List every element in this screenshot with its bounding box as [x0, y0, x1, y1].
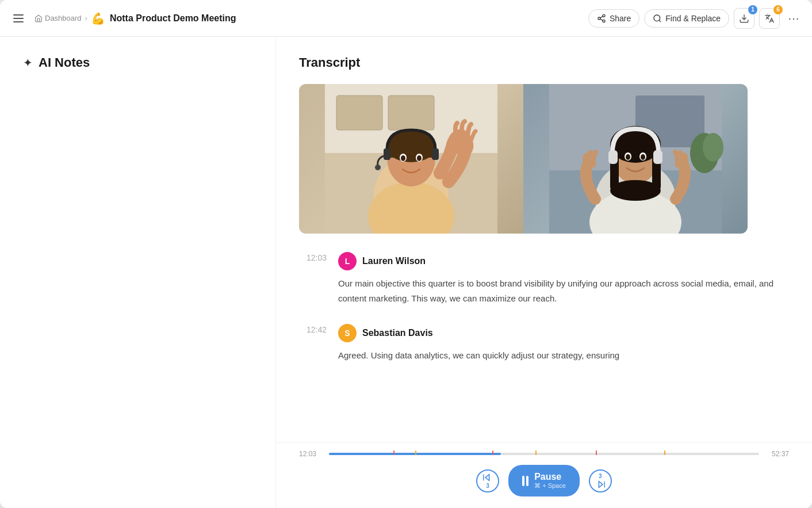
svg-point-23	[375, 165, 381, 170]
svg-marker-43	[485, 474, 489, 480]
speaker-row-2: S Sebastian Davis	[338, 324, 777, 342]
video-left	[299, 84, 523, 234]
svg-rect-16	[386, 146, 436, 158]
svg-line-4	[600, 16, 603, 18]
download-badge: 1	[748, 5, 757, 14]
svg-marker-44	[599, 481, 603, 487]
breadcrumb: Dashboard › 💪 Notta Product Demo Meeting	[35, 12, 236, 25]
home-icon	[35, 14, 43, 22]
timestamp-2: 12:42	[299, 325, 327, 363]
marker-6	[664, 450, 665, 455]
download-button[interactable]: 1	[734, 8, 754, 29]
page-emoji: 💪	[91, 12, 105, 25]
pause-bar-1	[522, 476, 524, 486]
header-left: Dashboard › 💪 Notta Product Demo Meeting	[9, 9, 236, 28]
pause-bar-2	[526, 476, 528, 486]
skip-forward-icon	[596, 480, 605, 489]
transcript-entries-list: 12:03 L Lauren Wilson Our main objective…	[299, 252, 777, 363]
ai-notes-header: ✦ AI Notes	[23, 55, 252, 70]
marker-5	[596, 450, 597, 455]
svg-line-6	[659, 20, 661, 22]
right-panel[interactable]: Transcript	[276, 37, 812, 508]
transcript-title: Transcript	[299, 55, 777, 70]
video-container	[299, 84, 748, 234]
avatar-lauren: L	[338, 252, 357, 270]
ai-notes-title: AI Notes	[39, 55, 90, 70]
person2-svg	[523, 84, 748, 234]
svg-point-5	[654, 15, 660, 21]
marker-4	[535, 450, 537, 455]
speaker-name-2: Sebastian Davis	[362, 328, 433, 338]
svg-rect-22	[432, 148, 439, 160]
svg-point-39	[626, 154, 630, 160]
left-panel: ✦ AI Notes	[0, 37, 276, 508]
main-content: ✦ AI Notes Transcript	[0, 37, 812, 508]
entry-content-1: L Lauren Wilson Our main objective this …	[338, 252, 777, 305]
svg-point-19	[401, 155, 405, 161]
app-window: Dashboard › 💪 Notta Product Demo Meeting…	[0, 0, 812, 508]
share-icon	[597, 14, 606, 23]
skip-back-button[interactable]: 3	[476, 469, 499, 492]
svg-point-1	[598, 17, 600, 20]
search-icon	[653, 14, 662, 23]
svg-rect-21	[384, 148, 390, 160]
avatar-sebastian: S	[338, 324, 357, 342]
page-title: Notta Product Demo Meeting	[110, 13, 236, 24]
svg-rect-41	[608, 150, 618, 164]
skip-forward-label: 3	[599, 473, 602, 479]
header-right: Share Find & Replace 1 6 ⋯	[588, 8, 803, 29]
svg-point-36	[610, 180, 661, 201]
svg-rect-42	[653, 150, 662, 164]
pause-button[interactable]: Pause ⌘ + Space	[508, 465, 580, 496]
pause-icon	[522, 476, 528, 486]
progress-fill	[329, 453, 501, 455]
player-controls: 3 Pause ⌘ + Space 3	[299, 465, 789, 496]
svg-point-29	[703, 133, 723, 162]
timeline: 12:03 52:37	[299, 450, 789, 458]
start-time: 12:03	[299, 450, 322, 458]
svg-rect-10	[336, 96, 382, 130]
transcript-entry: 12:03 L Lauren Wilson Our main objective…	[299, 252, 777, 305]
pause-shortcut: ⌘ + Space	[534, 482, 566, 490]
speaker-row-1: L Lauren Wilson	[338, 252, 777, 270]
skip-forward-button[interactable]: 3	[589, 469, 612, 492]
translate-icon	[764, 13, 775, 24]
pause-label-wrap: Pause ⌘ + Space	[534, 472, 566, 490]
skip-back-icon	[483, 473, 492, 482]
person2-silhouette	[523, 84, 748, 234]
breadcrumb-chevron: ›	[85, 14, 87, 22]
transcript-text-1: Our main objective this quarter is to bo…	[338, 276, 777, 305]
page-title-area: 💪 Notta Product Demo Meeting	[91, 12, 236, 25]
person1-svg	[299, 84, 523, 234]
video-right	[523, 84, 748, 234]
person1-silhouette	[299, 84, 523, 234]
end-time: 52:37	[766, 450, 789, 458]
progress-track[interactable]	[329, 453, 759, 455]
header: Dashboard › 💪 Notta Product Demo Meeting…	[0, 0, 812, 37]
more-options-button[interactable]: ⋯	[784, 9, 803, 28]
download-icon	[739, 13, 749, 24]
transcript-text-2: Agreed. Using data analytics, we can qui…	[338, 348, 777, 363]
translate-button[interactable]: 6	[759, 8, 780, 29]
skip-back-label: 3	[486, 483, 489, 489]
svg-point-0	[603, 14, 605, 17]
speaker-name-1: Lauren Wilson	[362, 256, 426, 266]
translate-badge: 6	[773, 5, 783, 14]
svg-rect-11	[388, 96, 434, 130]
svg-point-2	[603, 20, 605, 22]
sparkle-icon: ✦	[23, 56, 33, 70]
share-button[interactable]: Share	[588, 9, 639, 28]
find-replace-button[interactable]: Find & Replace	[644, 9, 729, 28]
breadcrumb-home-link[interactable]: Dashboard	[35, 14, 82, 22]
svg-point-20	[417, 155, 422, 161]
pause-label: Pause	[534, 472, 561, 482]
menu-button[interactable]	[9, 9, 28, 28]
transcript-entry-2: 12:42 S Sebastian Davis Agreed. Using da…	[299, 324, 777, 363]
svg-point-40	[641, 154, 645, 160]
timestamp-1: 12:03	[299, 253, 327, 305]
player-bar: 12:03 52:37	[276, 442, 812, 508]
entry-content-2: S Sebastian Davis Agreed. Using data ana…	[338, 324, 777, 363]
svg-line-3	[600, 19, 603, 21]
